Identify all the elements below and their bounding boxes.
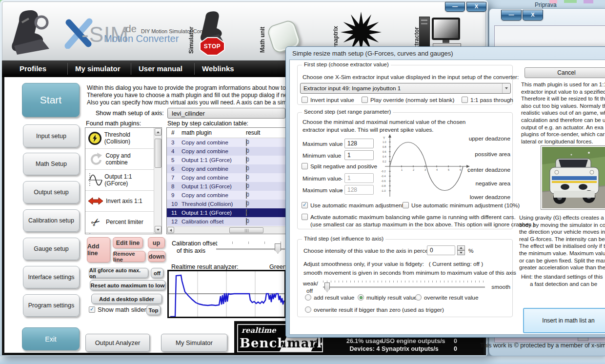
- top-button[interactable]: Top: [146, 305, 161, 315]
- overwrite-result-radio[interactable]: [415, 294, 422, 301]
- scrollbar-thumb[interactable]: [229, 227, 263, 233]
- sidebar-gauge-setup-button[interactable]: Gauge setup: [23, 238, 80, 260]
- max2-value-input[interactable]: 128: [344, 185, 374, 195]
- add-desktop-slider-button[interactable]: Add a desktop slider: [91, 294, 162, 304]
- menu-user-manual[interactable]: User manual: [139, 64, 182, 73]
- scroll-left-icon[interactable]: [167, 227, 174, 233]
- plugin-description: This math plugin is used for an 1:1extra…: [521, 81, 605, 145]
- sidebar-start-button[interactable]: Start: [22, 83, 80, 117]
- table-row[interactable]: 8Output 1:1 (GForce)0: [167, 182, 285, 191]
- min-value-input[interactable]: 1: [344, 150, 374, 160]
- table-row[interactable]: 10Threshold (Collision)0: [167, 200, 285, 208]
- table-row[interactable]: 4Copy and combine0: [167, 147, 285, 156]
- axis-selector-dropdown[interactable]: levi_cilinder: [167, 108, 285, 119]
- gforce-auto-max-off-button[interactable]: off: [151, 268, 163, 278]
- calc-table: # math plugin result 3Copy and combine0 …: [166, 127, 286, 234]
- desktop-fragment: [564, 0, 577, 3]
- table-row[interactable]: 3Copy and combine0: [167, 138, 285, 147]
- sidebar-math-setup-button[interactable]: Math Setup: [23, 153, 80, 175]
- plugin-item[interactable]: Copy and combine: [85, 149, 154, 170]
- plugins-scrollbar[interactable]: [154, 128, 161, 234]
- sidebar-program-settings-button[interactable]: Program settings: [23, 294, 80, 317]
- min2-value-input[interactable]: 1: [344, 173, 374, 183]
- pass-through-label: 1:1 pass through: [470, 97, 513, 103]
- sidebar-output-setup-button[interactable]: Output setup: [23, 181, 80, 203]
- table-row[interactable]: 5Output 1:1 (GForce)0: [167, 156, 285, 164]
- scroll-up-icon[interactable]: [155, 128, 161, 136]
- table-row-selected[interactable]: 11Output 1:1 (GForce)0: [167, 208, 285, 217]
- minimize-button[interactable]: —: [445, 2, 465, 12]
- svg-text:1.0: 1.0: [383, 141, 386, 143]
- my-simulator-button[interactable]: My Simulator: [161, 334, 227, 352]
- table-row[interactable]: 7Copy and combine0: [167, 173, 285, 182]
- toolbar-label-math-unit: Math unit: [259, 14, 266, 53]
- svg-text:3: 3: [424, 168, 426, 171]
- close-button[interactable]: X: [466, 2, 486, 12]
- multiply-result-radio[interactable]: [358, 294, 364, 301]
- plugin-item[interactable]: Output 1:1 (GForce): [85, 170, 154, 191]
- split-neg-pos-checkbox[interactable]: [302, 163, 308, 169]
- svg-text:0.4: 0.4: [383, 155, 386, 158]
- output-analyzer-button[interactable]: Output Analyzer: [85, 334, 150, 352]
- axis-selector-value: levi_cilinder: [172, 110, 205, 117]
- spin-up-icon[interactable]: [457, 245, 465, 250]
- off-label: off: [306, 287, 313, 294]
- cancel-button[interactable]: Cancel: [524, 67, 605, 78]
- scroll-down-icon[interactable]: [155, 226, 161, 233]
- table-row[interactable]: 12Calibration offset0: [167, 217, 285, 226]
- result-bar: 0: [246, 165, 247, 172]
- auto-balance-checkbox[interactable]: [302, 214, 308, 220]
- auto-max-adjust-checkbox[interactable]: [302, 202, 308, 208]
- smooth-slider-thumb[interactable]: [324, 283, 330, 292]
- plugin-item[interactable]: ✂ Percent limiter: [85, 212, 154, 233]
- close-button[interactable]: X: [523, 10, 543, 20]
- sidebar-input-setup-button[interactable]: Input setup: [23, 124, 80, 147]
- pass-through-checkbox[interactable]: [462, 97, 468, 103]
- plugin-item-partial[interactable]: t: [85, 233, 154, 234]
- sidebar-calibration-setup-button[interactable]: Calibration setup: [23, 209, 80, 232]
- zone-label: upper deadzone: [465, 135, 510, 142]
- invert-input-checkbox[interactable]: [302, 97, 308, 103]
- max-value-input[interactable]: 128: [344, 139, 374, 148]
- show-math-sliders-checkbox[interactable]: [89, 306, 95, 313]
- benchmark-synaptrix-label: Synaptrix outputs/s: [382, 345, 439, 352]
- table-row[interactable]: 9Copy and combine0: [167, 191, 285, 200]
- spin-down-icon[interactable]: [457, 250, 465, 255]
- gforce-auto-max-on-button[interactable]: All gforce auto max. on: [89, 268, 148, 278]
- intensity-stepper[interactable]: [457, 245, 465, 255]
- scrollbar-thumb[interactable]: [155, 139, 161, 168]
- calc-table-label: Step by step calculation table:: [167, 120, 248, 127]
- minimize-button[interactable]: —: [501, 10, 522, 20]
- table-row[interactable]: 6Copy and combine0: [167, 164, 285, 173]
- sidebar-exit-button[interactable]: Exit: [22, 327, 80, 350]
- calibration-slider-track[interactable]: [216, 248, 285, 250]
- extractor-input-dropdown[interactable]: Extractor input 49: Ingame joybutton 1: [300, 83, 511, 94]
- insert-in-math-list-button[interactable]: Insert in math list an: [523, 308, 605, 333]
- sidebar-interface-settings-button[interactable]: Interface settings: [23, 266, 80, 288]
- intensity-input[interactable]: 0: [427, 245, 455, 255]
- smooth-slider-track[interactable]: [323, 286, 485, 288]
- move-down-button[interactable]: down: [148, 251, 165, 262]
- menu-profiles[interactable]: Profiles: [20, 64, 46, 73]
- add-result-radio[interactable]: [305, 294, 311, 301]
- plugin-item[interactable]: Threshold (Collision): [85, 128, 154, 149]
- play-override-checkbox[interactable]: [362, 97, 368, 103]
- axis-selector-label: Show math setup of axis:: [96, 110, 164, 117]
- max-value-label: Maximum value: [302, 141, 343, 147]
- auto-min-adjust-label: Use automatic minimum adjustment (10%): [411, 202, 520, 209]
- menu-my-simulator[interactable]: My simulator: [75, 64, 121, 73]
- plugin-item[interactable]: Invert axis 1:1: [85, 191, 154, 212]
- table-hscrollbar[interactable]: [167, 226, 285, 234]
- menu-weblinks[interactable]: Weblinks: [202, 64, 234, 73]
- edit-line-button[interactable]: Edit line: [113, 237, 143, 248]
- reset-auto-maximum-button[interactable]: Reset auto maximum to low: [90, 280, 165, 290]
- move-up-button[interactable]: up: [148, 237, 165, 248]
- add-line-button[interactable]: Add line: [87, 237, 110, 263]
- weak-label: weak/: [303, 280, 318, 287]
- zone-label: possitive area: [465, 151, 510, 158]
- remove-line-button[interactable]: Remove line: [113, 251, 145, 262]
- intro-line: Within this dialog you have to provide t…: [87, 84, 307, 91]
- resize-math-setup-dialog: Simple resize math setup (G-Forces, curv…: [285, 46, 605, 338]
- auto-min-adjust-checkbox[interactable]: [403, 202, 409, 208]
- overwrite-trigger-radio[interactable]: [305, 306, 311, 313]
